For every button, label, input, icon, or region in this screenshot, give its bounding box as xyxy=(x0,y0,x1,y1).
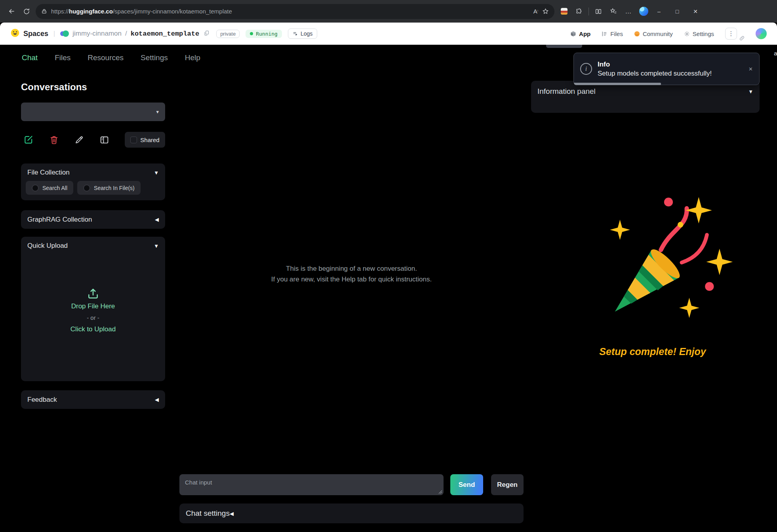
send-button[interactable]: Send xyxy=(450,474,483,495)
user-avatar[interactable] xyxy=(756,28,767,39)
collapse-arrow-icon[interactable]: ▼ xyxy=(154,170,159,176)
nav-app-tab[interactable]: App xyxy=(570,30,590,37)
favorite-star-icon[interactable] xyxy=(542,8,549,15)
link-icon xyxy=(739,35,745,42)
conversation-select[interactable]: ▾ xyxy=(21,103,165,121)
extension-favicon[interactable] xyxy=(558,5,570,18)
back-icon[interactable] xyxy=(4,4,19,19)
expand-arrow-icon[interactable]: ◀ xyxy=(155,397,159,403)
file-collection-card: File Collection ▼ Search All Search In F… xyxy=(21,163,165,200)
file-dropzone[interactable]: Drop File Here - or - Click to Upload xyxy=(21,287,165,335)
quick-upload-title[interactable]: Quick Upload xyxy=(27,242,68,250)
conversations-title: Conversations xyxy=(21,82,165,93)
new-conversation-button[interactable] xyxy=(23,135,34,145)
resize-grip-icon[interactable] xyxy=(438,490,442,494)
spaces-brand[interactable]: Spaces xyxy=(23,30,48,38)
close-button[interactable]: ✕ xyxy=(686,0,705,23)
read-aloud-icon[interactable]: A⁾ xyxy=(533,8,538,15)
tab-files[interactable]: Files xyxy=(55,53,70,62)
delete-conversation-button[interactable] xyxy=(49,135,59,145)
nav-community-tab[interactable]: Community xyxy=(634,30,673,37)
graphrag-title[interactable]: GraphRAG Collection xyxy=(27,216,92,224)
favorites-hub-icon[interactable] xyxy=(607,5,620,18)
sidebar: Conversations ▾ Shared xyxy=(21,82,165,409)
lock-icon xyxy=(41,8,47,14)
copy-repo-icon[interactable] xyxy=(204,30,209,38)
url-text[interactable]: https://huggingface.co/spaces/jimmy-cinn… xyxy=(51,8,232,15)
upload-icon xyxy=(87,287,99,300)
collapse-arrow-icon[interactable]: ▼ xyxy=(748,89,753,95)
search-all-radio[interactable]: Search All xyxy=(26,181,73,195)
shared-toggle[interactable]: Shared xyxy=(125,132,165,148)
feedback-title[interactable]: Feedback xyxy=(27,396,57,404)
info-icon: i xyxy=(580,63,592,75)
drop-file-label: Drop File Here xyxy=(71,301,115,312)
browser-window: https://huggingface.co/spaces/jimmy-cinn… xyxy=(0,0,777,532)
regen-button[interactable]: Regen xyxy=(491,474,524,495)
info-toast: i Info Setup models completed successful… xyxy=(573,53,760,85)
address-bar[interactable]: https://huggingface.co/spaces/jimmy-cinn… xyxy=(36,4,554,19)
repo-name[interactable]: kotaemon_template xyxy=(131,30,199,38)
setup-complete-caption: Setup complete! Enjoy xyxy=(531,346,774,357)
hf-nav: App Files Community Settings ⋮ xyxy=(570,25,767,42)
tab-settings[interactable]: Settings xyxy=(141,53,168,62)
chat-input-row: Send Regen xyxy=(179,474,524,495)
maximize-button[interactable]: □ xyxy=(668,0,686,23)
nav-settings-tab[interactable]: Settings xyxy=(684,30,714,37)
radio-icon[interactable] xyxy=(83,184,90,192)
tab-help[interactable]: Help xyxy=(185,53,200,62)
browser-essentials-icon[interactable] xyxy=(573,5,585,18)
information-panel: Information panel ▼ xyxy=(531,81,760,113)
graphrag-card: GraphRAG Collection ◀ xyxy=(21,210,165,229)
owner-avatar[interactable] xyxy=(60,30,69,37)
chat-settings-title: Chat settings xyxy=(186,509,230,518)
toast-progress-bar xyxy=(574,83,661,85)
shared-label: Shared xyxy=(140,137,159,143)
hf-spaces-header: Spaces | jimmy-cinnamon / kotaemon_templ… xyxy=(0,23,777,45)
collapse-arrow-icon[interactable]: ▼ xyxy=(154,243,159,249)
feedback-card: Feedback ◀ xyxy=(21,390,165,409)
app-tabbar: Chat Files Resources Settings Help xyxy=(22,53,200,62)
tab-resources[interactable]: Resources xyxy=(88,53,124,62)
nav-files-tab[interactable]: Files xyxy=(602,30,623,37)
logs-button[interactable]: Logs xyxy=(288,28,317,39)
owner-name[interactable]: jimmy-cinnamon xyxy=(72,30,122,38)
gear-icon xyxy=(684,31,690,37)
expand-arrow-icon[interactable]: ◀ xyxy=(230,511,234,517)
clipped-edge-text: al xyxy=(774,50,777,57)
file-collection-title[interactable]: File Collection xyxy=(27,169,70,177)
minimize-button[interactable]: – xyxy=(650,0,668,23)
rename-conversation-button[interactable] xyxy=(74,135,84,144)
toast-close-icon[interactable]: ✕ xyxy=(748,66,753,72)
more-menu-icon[interactable]: … xyxy=(622,5,635,18)
information-panel-title[interactable]: Information panel xyxy=(537,87,596,96)
split-screen-icon[interactable] xyxy=(592,5,605,18)
toolbar-divider xyxy=(588,8,589,15)
chevron-down-icon: ▾ xyxy=(156,109,159,115)
toggle-panel-button[interactable] xyxy=(99,135,109,145)
copilot-icon[interactable] xyxy=(637,5,650,18)
running-dot-icon xyxy=(250,32,253,35)
breadcrumb-divider: | xyxy=(53,30,55,37)
files-icon xyxy=(602,31,608,37)
scrollbar-thumb[interactable] xyxy=(546,45,582,48)
kotaemon-app: al Chat Files Resources Settings Help Co… xyxy=(0,45,777,532)
app-cube-icon xyxy=(570,31,576,37)
running-badge[interactable]: Running xyxy=(246,30,282,38)
conversation-actions: Shared xyxy=(21,132,165,148)
click-to-upload-label[interactable]: Click to Upload xyxy=(70,324,116,335)
radio-icon[interactable] xyxy=(32,184,39,192)
search-in-files-radio[interactable]: Search In File(s) xyxy=(77,181,141,195)
breadcrumb-slash: / xyxy=(125,30,127,38)
kebab-menu-button[interactable]: ⋮ xyxy=(725,28,737,40)
toolbar-extensions: … xyxy=(558,5,650,18)
tab-chat[interactable]: Chat xyxy=(22,53,38,62)
chat-input[interactable] xyxy=(179,474,444,495)
refresh-icon[interactable] xyxy=(19,4,34,19)
window-controls: – □ ✕ xyxy=(650,0,705,23)
hf-logo-icon xyxy=(10,28,20,39)
chat-settings-accordion[interactable]: Chat settings ◀ xyxy=(179,504,524,523)
browser-toolbar: https://huggingface.co/spaces/jimmy-cinn… xyxy=(0,0,777,23)
expand-arrow-icon[interactable]: ◀ xyxy=(155,217,159,222)
shared-checkbox[interactable] xyxy=(130,137,137,143)
